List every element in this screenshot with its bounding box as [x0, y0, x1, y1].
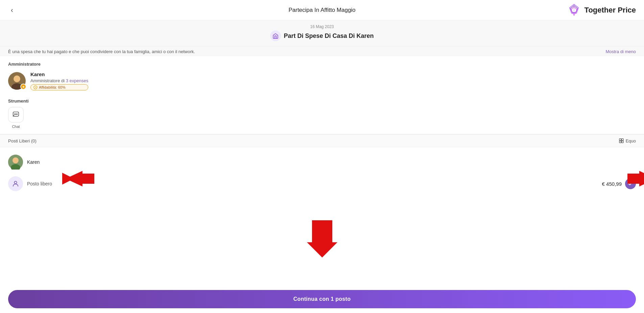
admin-section-label: Amministratore — [8, 62, 636, 67]
tools-section-label: Strumenti — [8, 98, 636, 104]
chat-icon-box — [8, 107, 24, 122]
table-row: Karen — [8, 151, 636, 173]
svg-rect-14 — [621, 139, 623, 140]
member-avatar-karen — [8, 155, 23, 170]
admin-row: ★ Karen Amministratore di 3 expenses Aff… — [8, 70, 636, 92]
svg-rect-13 — [619, 139, 621, 140]
admin-badge: ★ — [20, 84, 26, 90]
admin-expenses: Amministratore di 3 expenses — [30, 78, 88, 83]
admin-expenses-link[interactable]: 3 expenses — [66, 78, 89, 83]
arrow-down-icon — [307, 220, 337, 258]
admin-info: Karen Amministratore di 3 expenses Affid… — [30, 71, 88, 90]
admin-avatar-wrap: ★ — [8, 72, 26, 90]
main-content: Amministratore ★ Karen Amministratore di — [0, 56, 644, 200]
chat-tool[interactable]: Chat — [8, 107, 24, 129]
tools-row: Chat — [8, 107, 636, 129]
banner-title-row: Part Di Spese Di Casa Di Karen — [8, 30, 636, 41]
posto-libero-left: Posto libero — [8, 176, 52, 191]
description-bar: È una spesa che tu hai pagato e che puoi… — [0, 46, 644, 56]
bottom-bar: Continua con 1 posto — [0, 285, 644, 313]
posti-header: Posti Liberi (0) Equo — [0, 134, 644, 147]
chat-label: Chat — [12, 125, 20, 129]
equo-button[interactable]: Equo — [619, 138, 636, 143]
svg-rect-16 — [621, 141, 623, 143]
equo-label: Equo — [626, 138, 636, 143]
price-text: € 450,99 — [602, 181, 622, 187]
svg-marker-25 — [307, 220, 337, 258]
svg-point-12 — [17, 114, 18, 114]
svg-point-20 — [14, 181, 17, 184]
reliability-badge: Affidabilità: 60% — [30, 84, 88, 90]
posti-label: Posti Liberi (0) — [8, 138, 37, 143]
member-left: Karen — [8, 155, 40, 170]
svg-marker-23 — [66, 171, 94, 186]
svg-point-11 — [16, 114, 16, 114]
banner-title: Part Di Spese Di Casa Di Karen — [284, 32, 374, 40]
header: ‹ Partecipa In Affitto Maggio Together P… — [0, 0, 644, 20]
tools-section: Strumenti Chat — [8, 98, 636, 129]
member-name-karen: Karen — [27, 159, 40, 165]
svg-point-6 — [14, 75, 20, 82]
banner: 16 Mag 2023 Part Di Spese Di Casa Di Kar… — [0, 20, 644, 46]
logo-text: Together Price — [585, 6, 636, 15]
banner-date: 16 Mag 2023 — [8, 24, 636, 29]
posto-libero-label: Posto libero — [27, 181, 52, 186]
svg-marker-24 — [627, 171, 644, 186]
back-button[interactable]: ‹ — [8, 5, 16, 15]
svg-point-10 — [14, 114, 15, 114]
continue-button[interactable]: Continua con 1 posto — [8, 290, 636, 308]
svg-rect-15 — [619, 141, 621, 143]
arrow-left-icon — [62, 170, 96, 187]
members-list: Karen Posto libero — [8, 151, 636, 195]
page-title: Partecipa In Affitto Maggio — [288, 7, 355, 14]
logo-area: Together Price — [567, 3, 636, 17]
house-icon — [270, 30, 281, 41]
show-less-button[interactable]: Mostra di meno — [605, 49, 636, 54]
svg-point-18 — [13, 157, 19, 163]
posto-libero-avatar — [8, 176, 23, 191]
logo-icon — [567, 3, 581, 17]
admin-name: Karen — [30, 71, 88, 77]
description-text: È una spesa che tu hai pagato e che puoi… — [8, 49, 195, 54]
table-row: Posto libero € 450,99 — [8, 173, 636, 195]
arrow-right-icon — [626, 170, 644, 187]
